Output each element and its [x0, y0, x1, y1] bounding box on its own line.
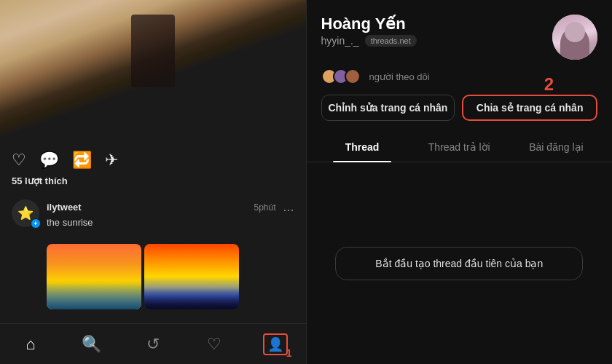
comment-icon[interactable]: 💬: [39, 151, 59, 170]
post-header: ilytweet 5phút ...: [47, 199, 294, 215]
number-2-badge: 2: [544, 74, 554, 95]
nav-heart[interactable]: ♡: [196, 328, 232, 360]
search-icon: 🔍: [82, 335, 101, 354]
tab-repost[interactable]: Bài đăng lại: [508, 132, 605, 162]
bottom-nav: ⌂ 🔍 ↺ ♡ 👤 1: [0, 323, 306, 364]
thumbnail-2: [144, 244, 239, 309]
profile-name: Hoàng Yến: [321, 15, 553, 33]
tab-thread[interactable]: Thread: [314, 132, 411, 162]
left-panel: ♡ 💬 🔁 ✈ 55 lượt thích ⭐ + ilytweet 5phút: [0, 0, 306, 364]
profile-icon: 👤: [267, 336, 283, 352]
like-icon[interactable]: ♡: [12, 151, 26, 170]
post-username: ilytweet: [47, 202, 82, 213]
tabs-row: Thread Thread trả lời Bài đăng lại: [307, 132, 613, 162]
nav-search[interactable]: 🔍: [74, 328, 110, 360]
platform-badge: threads.net: [365, 35, 417, 47]
action-buttons: 2 Chỉnh sửa trang cá nhân Chia sẻ trang …: [307, 95, 613, 132]
feed-content: ♡ 💬 🔁 ✈ 55 lượt thích ⭐ + ilytweet 5phút: [0, 0, 306, 323]
plus-badge: +: [31, 218, 41, 229]
profile-handle-row: hyyin_._ threads.net: [321, 35, 553, 47]
mini-avatar-3: [345, 68, 361, 84]
empty-state: Bắt đầu tạo thread đầu tiên của bạn: [307, 162, 613, 364]
followers-text: người theo dõi: [369, 71, 430, 82]
nav-activity[interactable]: ↺: [135, 328, 171, 360]
profile-number-badge: 1: [286, 347, 292, 359]
followers-row: người theo dõi: [307, 68, 613, 95]
post-text: the sunrise: [47, 217, 294, 228]
activity-icon: ↺: [146, 335, 160, 354]
repost-icon[interactable]: 🔁: [72, 151, 92, 170]
post-actions: ♡ 💬 🔁 ✈ 55 lượt thích: [0, 142, 306, 191]
profile-avatar-image: [552, 15, 597, 60]
nav-profile[interactable]: 👤 1: [257, 328, 294, 360]
heart-icon: ♡: [207, 335, 221, 354]
avatar-wrapper: ⭐ +: [12, 199, 39, 227]
post-info: ilytweet 5phút ... the sunrise: [47, 199, 294, 228]
thumbnail-row: [0, 237, 306, 317]
profile-icon-box: 👤: [263, 333, 288, 355]
right-panel: Hoàng Yến hyyin_._ threads.net người the…: [307, 0, 613, 364]
post-time: 5phút: [254, 202, 275, 213]
share-profile-button[interactable]: Chia sẻ trang cá nhân: [462, 95, 597, 121]
home-icon: ⌂: [26, 335, 35, 354]
profile-info: Hoàng Yến hyyin_._ threads.net: [321, 15, 553, 47]
edit-profile-button[interactable]: Chỉnh sửa trang cá nhân: [321, 95, 455, 121]
share-icon[interactable]: ✈: [105, 151, 118, 170]
post-image: [0, 0, 306, 142]
profile-handle: hyyin_._: [321, 35, 359, 47]
post-item: ⭐ + ilytweet 5phút ... the sunrise: [0, 191, 306, 237]
create-thread-button[interactable]: Bắt đầu tạo thread đầu tiên của bạn: [335, 247, 583, 280]
thumbnail-1: [47, 244, 141, 309]
follower-avatars: [321, 68, 356, 84]
more-button[interactable]: ...: [283, 199, 294, 215]
nav-home[interactable]: ⌂: [12, 328, 49, 360]
action-icons-row: ♡ 💬 🔁 ✈: [12, 151, 294, 170]
profile-header: Hoàng Yến hyyin_._ threads.net: [307, 0, 613, 68]
likes-count: 55 lượt thích: [12, 175, 294, 186]
tab-thread-reply[interactable]: Thread trả lời: [411, 132, 508, 162]
post-meta: 5phút ...: [254, 199, 294, 215]
profile-avatar: [552, 15, 597, 60]
